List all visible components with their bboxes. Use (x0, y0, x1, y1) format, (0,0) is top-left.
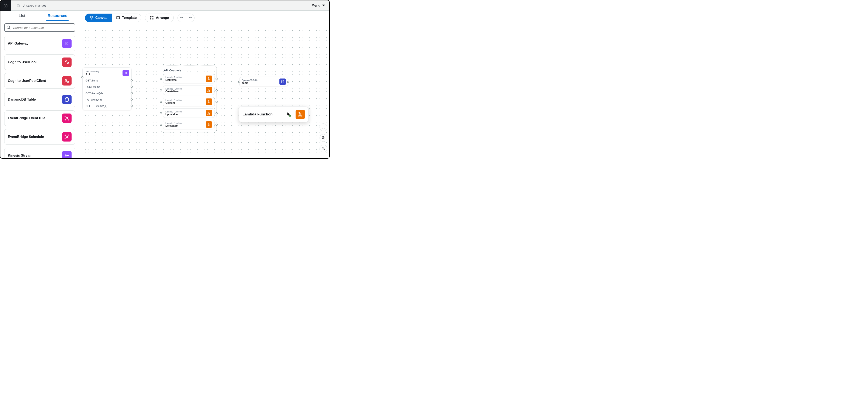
file-icon (17, 4, 20, 7)
drag-ghost-lambda: Lambda Function (239, 106, 309, 122)
port[interactable] (216, 78, 218, 80)
template-label: Template (122, 16, 137, 20)
svg-point-13 (68, 135, 69, 136)
node-lambda-createitem[interactable]: Lambda FunctionCreateItem (163, 86, 214, 95)
home-icon (3, 3, 8, 8)
port[interactable] (238, 81, 240, 83)
port[interactable] (160, 101, 162, 103)
topbar: Unsaved changes Menu (0, 0, 329, 10)
route-row[interactable]: POST /items (83, 84, 131, 90)
redo-icon (188, 16, 192, 20)
route-row[interactable]: PUT /items/{id} (83, 97, 131, 103)
node-api-gateway[interactable]: API Gateway Api GET /items POST /items G… (82, 67, 132, 110)
svg-rect-18 (91, 18, 92, 19)
svg-rect-20 (150, 17, 151, 17)
arrange-button[interactable]: Arrange (145, 13, 174, 22)
search-icon (6, 25, 11, 30)
port[interactable] (131, 105, 133, 107)
sidebar-tabs: List Resources (4, 10, 75, 21)
group-api-compute[interactable]: API Compute Lambda FunctionListItems Lam… (161, 66, 217, 132)
port[interactable] (287, 81, 289, 83)
resource-kinesis[interactable]: Kinesis Stream (4, 148, 75, 159)
arrange-icon (150, 16, 154, 20)
svg-point-9 (65, 119, 66, 120)
tab-resources[interactable]: Resources (40, 10, 75, 21)
arrange-label: Arrange (156, 16, 169, 20)
lambda-icon (206, 110, 212, 116)
node-type: API Gateway (86, 70, 99, 73)
route-row[interactable]: GET /items (83, 77, 131, 84)
tab-list[interactable]: List (4, 10, 40, 21)
resource-cognito-userpoolclient[interactable]: Cognito UserPoolClient (4, 73, 75, 89)
lambda-icon (206, 121, 212, 128)
menu-button[interactable]: Menu (311, 4, 325, 7)
port[interactable] (216, 89, 218, 92)
port[interactable] (131, 92, 133, 94)
port[interactable] (131, 79, 133, 82)
svg-point-10 (68, 119, 69, 120)
fit-icon (321, 125, 325, 129)
undo-icon (180, 16, 184, 20)
resource-label: Cognito UserPool (8, 60, 36, 64)
eventbridge-schedule-icon (62, 132, 71, 141)
cursor-icon (287, 112, 292, 118)
port[interactable] (216, 112, 218, 115)
canvas-label: Canvas (95, 16, 107, 20)
node-lambda-getitem[interactable]: Lambda FunctionGetItem (163, 97, 214, 106)
svg-point-3 (66, 79, 67, 81)
route-row[interactable]: DELETE /items/{id} (83, 103, 131, 109)
resource-eventbridge-schedule[interactable]: EventBridge Schedule (4, 129, 75, 145)
node-name: Items (242, 82, 258, 85)
cognito-icon (62, 58, 71, 67)
svg-point-24 (282, 80, 284, 81)
port[interactable] (131, 98, 133, 101)
route-row[interactable]: GET /items/{id} (83, 90, 131, 97)
port[interactable] (216, 124, 218, 126)
search-wrap (4, 23, 75, 32)
canvas-icon (89, 16, 93, 20)
port[interactable] (160, 78, 162, 80)
svg-rect-19 (117, 17, 120, 19)
template-view-button[interactable]: Template (112, 13, 141, 22)
port[interactable] (131, 86, 133, 88)
eventbridge-icon (62, 114, 71, 123)
node-lambda-updateitem[interactable]: Lambda FunctionUpdateItem (163, 108, 214, 118)
resource-api-gateway[interactable]: API Gateway (4, 36, 75, 51)
dynamodb-icon (62, 95, 71, 104)
port[interactable] (216, 101, 218, 103)
dynamodb-icon (279, 78, 286, 85)
canvas[interactable]: Canvas Template Arrange (79, 10, 329, 158)
node-dynamodb[interactable]: DynamoDB Table Items (239, 77, 288, 86)
zoom-out-icon (321, 147, 325, 151)
svg-point-7 (65, 116, 66, 117)
port[interactable] (160, 89, 162, 92)
zoom-in-button[interactable] (319, 134, 327, 142)
svg-point-14 (65, 138, 66, 139)
port[interactable] (160, 124, 162, 126)
search-input[interactable] (4, 23, 75, 32)
node-lambda-deleteitem[interactable]: Lambda FunctionDeleteItem (163, 120, 214, 129)
view-mode-toggle: Canvas Template (85, 13, 141, 22)
svg-point-5 (65, 97, 68, 99)
lambda-icon (206, 75, 212, 82)
save-status: Unsaved changes (17, 4, 46, 7)
fit-view-button[interactable] (319, 124, 327, 131)
canvas-view-button[interactable]: Canvas (85, 13, 112, 22)
resource-dynamodb[interactable]: DynamoDB Table (4, 92, 75, 107)
resource-cognito-userpool[interactable]: Cognito UserPool (4, 54, 75, 70)
undo-button[interactable] (178, 13, 186, 22)
group-title: API Compute (164, 69, 214, 72)
resource-label: Kinesis Stream (8, 154, 32, 157)
svg-point-15 (68, 138, 69, 139)
resource-eventbridge-rule[interactable]: EventBridge Event rule (4, 110, 75, 126)
svg-point-1 (66, 61, 67, 62)
template-icon (116, 16, 120, 20)
redo-button[interactable] (186, 13, 194, 22)
node-lambda-listitems[interactable]: Lambda FunctionListItems (163, 74, 214, 84)
port[interactable] (160, 112, 162, 115)
zoom-out-button[interactable] (319, 145, 327, 152)
home-button[interactable] (0, 0, 11, 10)
svg-point-8 (68, 116, 69, 117)
lambda-icon (206, 87, 212, 93)
resource-label: EventBridge Event rule (8, 116, 45, 120)
